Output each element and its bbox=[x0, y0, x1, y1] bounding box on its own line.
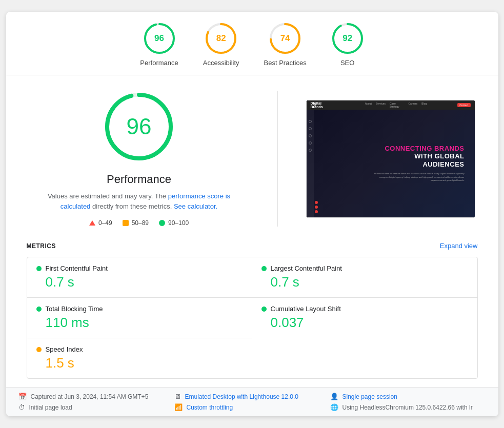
score-legend: 0–49 50–89 90–100 bbox=[89, 219, 189, 227]
legend-average: 50–89 bbox=[123, 219, 149, 227]
emulated-link[interactable]: Emulated Desktop with Lighthouse 12.0.0 bbox=[185, 393, 298, 400]
metrics-grid: First Contentful Paint 0.7 s Largest Con… bbox=[27, 257, 478, 379]
legend-fail-range: 0–49 bbox=[98, 219, 112, 227]
website-mockup: Digital Brands About Services Case Strat… bbox=[307, 100, 475, 217]
score-item-best-practices: 74 Best Practices bbox=[264, 22, 307, 67]
mockup-headline: CONNECTING BRANDS WITH GLOBAL AUDIENCES bbox=[385, 145, 464, 169]
metric-dot-2 bbox=[36, 307, 42, 312]
metric-dot-4 bbox=[36, 347, 42, 352]
score-value-best-practices: 74 bbox=[280, 33, 290, 44]
calendar-icon: 📅 bbox=[18, 393, 27, 400]
metric-item-2: Total Blocking Time 110 ms bbox=[27, 298, 252, 338]
score-label-seo: SEO bbox=[340, 59, 354, 67]
desktop-icon: 🖥 bbox=[174, 393, 181, 400]
legend-fail: 0–49 bbox=[89, 219, 112, 227]
average-icon bbox=[123, 220, 129, 226]
metric-item-1: Largest Contentful Paint 0.7 s bbox=[252, 257, 477, 298]
left-panel: 96 Performance Values are estimated and … bbox=[27, 91, 252, 227]
score-value-performance: 96 bbox=[154, 33, 164, 44]
metrics-title: METRICS bbox=[27, 242, 56, 250]
score-item-seo: 92 SEO bbox=[331, 22, 364, 67]
legend-pass: 90–100 bbox=[159, 219, 189, 227]
single-page-link[interactable]: Single page session bbox=[342, 393, 397, 400]
metric-value-4: 1.5 s bbox=[36, 355, 468, 371]
custom-throttling-link[interactable]: Custom throttling bbox=[187, 404, 233, 411]
metric-header-row-4: Speed Index bbox=[36, 345, 468, 353]
score-circle-seo: 92 bbox=[331, 22, 364, 55]
clock-icon: ⏱ bbox=[18, 403, 25, 411]
user-icon: 👤 bbox=[330, 393, 338, 400]
metric-dot-1 bbox=[261, 266, 267, 271]
metric-header-row-0: First Contentful Paint bbox=[36, 264, 243, 272]
legend-pass-range: 90–100 bbox=[168, 219, 189, 227]
metric-item-0: First Contentful Paint 0.7 s bbox=[27, 257, 252, 298]
big-performance-circle: 96 bbox=[103, 91, 175, 162]
metric-name-2: Total Blocking Time bbox=[46, 305, 103, 313]
footer-initial-load: ⏱ Initial page load bbox=[18, 403, 174, 411]
calculator-link[interactable]: See calculator. bbox=[174, 202, 217, 210]
performance-description: Values are estimated and may vary. The p… bbox=[42, 191, 236, 211]
metric-value-3: 0.037 bbox=[261, 315, 468, 331]
metric-name-1: Largest Contentful Paint bbox=[271, 264, 342, 272]
metric-dot-3 bbox=[261, 307, 267, 312]
footer: 📅 Captured at Jun 3, 2024, 11:54 AM GMT+… bbox=[6, 387, 498, 416]
fail-icon bbox=[89, 220, 95, 226]
pass-icon bbox=[159, 220, 165, 226]
metric-name-0: First Contentful Paint bbox=[46, 264, 108, 272]
metric-value-1: 0.7 s bbox=[261, 274, 468, 290]
metric-item-4: Speed Index 1.5 s bbox=[27, 338, 477, 378]
big-score-value: 96 bbox=[127, 114, 152, 139]
score-circle-accessibility: 82 bbox=[205, 22, 237, 55]
score-circle-best-practices: 74 bbox=[269, 22, 301, 55]
footer-captured: 📅 Captured at Jun 3, 2024, 11:54 AM GMT+… bbox=[18, 393, 174, 400]
main-card: 96 Performance 82 Accessibility 74 Best … bbox=[6, 12, 498, 416]
metrics-header: METRICS Expand view bbox=[16, 237, 488, 255]
score-label-best-practices: Best Practices bbox=[264, 59, 307, 67]
metrics-section: METRICS Expand view First Contentful Pai… bbox=[6, 237, 498, 387]
footer-emulated: 🖥 Emulated Desktop with Lighthouse 12.0.… bbox=[174, 393, 330, 400]
mockup-body: CONNECTING BRANDS WITH GLOBAL AUDIENCES … bbox=[307, 110, 475, 217]
mockup-dots bbox=[315, 201, 318, 213]
mockup-main-content: CONNECTING BRANDS WITH GLOBAL AUDIENCES … bbox=[314, 110, 475, 217]
metric-header-row-1: Largest Contentful Paint bbox=[261, 264, 468, 272]
vertical-divider bbox=[277, 91, 278, 227]
performance-title: Performance bbox=[107, 173, 171, 186]
metric-value-2: 110 ms bbox=[36, 315, 243, 331]
score-label-accessibility: Accessibility bbox=[203, 59, 239, 67]
metric-name-3: Cumulative Layout Shift bbox=[271, 305, 341, 313]
score-item-accessibility: 82 Accessibility bbox=[203, 22, 239, 67]
scores-bar: 96 Performance 82 Accessibility 74 Best … bbox=[6, 12, 498, 75]
footer-chromium: 🌐 Using HeadlessChromium 125.0.6422.66 w… bbox=[330, 403, 486, 411]
chromium-icon: 🌐 bbox=[330, 403, 338, 411]
metric-header-row-2: Total Blocking Time bbox=[36, 305, 243, 313]
metric-value-0: 0.7 s bbox=[36, 274, 243, 290]
metric-dot-0 bbox=[36, 266, 42, 271]
mockup-navbar: Digital Brands About Services Case Strat… bbox=[307, 100, 475, 110]
footer-single-page: 👤 Single page session bbox=[330, 393, 486, 400]
score-circle-performance: 96 bbox=[143, 22, 176, 55]
score-value-accessibility: 82 bbox=[216, 33, 226, 44]
legend-average-range: 50–89 bbox=[132, 219, 149, 227]
metric-item-3: Cumulative Layout Shift 0.037 bbox=[252, 298, 477, 338]
screenshot-preview: Digital Brands About Services Case Strat… bbox=[306, 100, 475, 218]
main-content: 96 Performance Values are estimated and … bbox=[6, 75, 498, 237]
wifi-icon: 📶 bbox=[174, 403, 183, 411]
mockup-sidebar bbox=[307, 110, 314, 217]
expand-view-link[interactable]: Expand view bbox=[440, 242, 478, 250]
score-value-seo: 92 bbox=[342, 33, 352, 44]
right-panel: Digital Brands About Services Case Strat… bbox=[304, 91, 478, 227]
score-label-performance: Performance bbox=[140, 59, 178, 67]
score-item-performance: 96 Performance bbox=[140, 22, 178, 67]
metric-header-row-3: Cumulative Layout Shift bbox=[261, 305, 468, 313]
metric-name-4: Speed Index bbox=[46, 345, 83, 353]
footer-custom-throttling: 📶 Custom throttling bbox=[174, 403, 330, 411]
